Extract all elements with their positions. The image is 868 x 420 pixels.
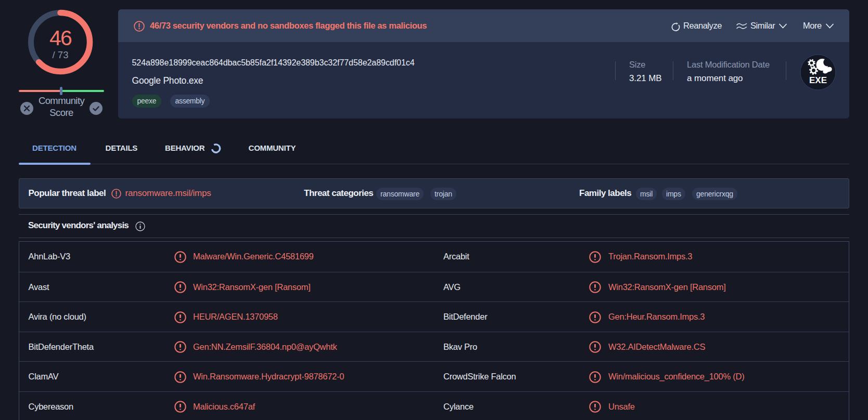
- svg-text:EXE: EXE: [809, 75, 827, 85]
